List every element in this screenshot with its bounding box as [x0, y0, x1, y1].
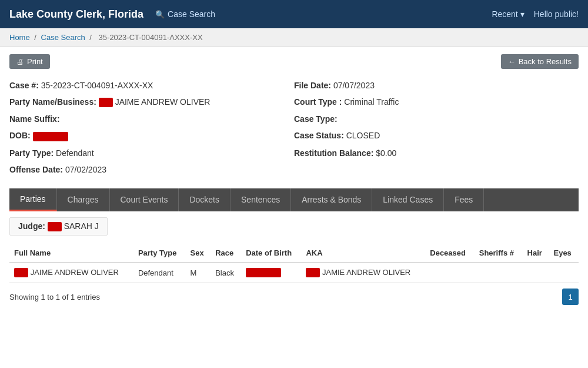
judge-name: SARAH J: [64, 221, 99, 231]
aka-redact: [306, 268, 320, 277]
case-status-label: Case Status:: [294, 131, 344, 140]
cell-full-name: JAIME ANDREW OLIVER: [9, 263, 133, 283]
breadcrumb: Home / Case Search / 35-2023-CT-004091-A…: [0, 28, 588, 47]
cell-party-type: Defendant: [133, 263, 186, 283]
tab-arrests-bonds[interactable]: Arrests & Bonds: [291, 188, 372, 211]
col-sheriffs: Sheriffs #: [475, 244, 523, 263]
tab-parties[interactable]: Parties: [9, 188, 57, 211]
parties-content: Judge: SARAH J Full Name Party Type Sex …: [9, 211, 579, 306]
judge-label: Judge:: [18, 221, 45, 231]
cell-eyes: [549, 263, 579, 283]
col-hair: Hair: [523, 244, 549, 263]
party-name-row: Party Name/Business: JAIME ANDREW OLIVER: [9, 94, 294, 111]
tabs-bar: Parties Charges Court Events Dockets Sen…: [9, 188, 579, 211]
cell-sex: M: [186, 263, 211, 283]
court-type-label: Court Type :: [294, 97, 342, 107]
case-type-label: Case Type:: [294, 114, 338, 124]
col-eyes: Eyes: [549, 244, 579, 263]
case-type-row: Case Type:: [294, 111, 579, 127]
full-name-value: JAIME ANDREW OLIVER: [31, 268, 119, 277]
cell-aka: JAMIE ANDREW OLIVER: [301, 263, 425, 283]
tab-sentences[interactable]: Sentences: [230, 188, 291, 211]
breadcrumb-case-id: 35-2023-CT-004091-AXXX-XX: [99, 33, 203, 42]
col-party-type: Party Type: [133, 244, 186, 263]
col-sex: Sex: [186, 244, 211, 263]
col-race: Race: [211, 244, 241, 263]
table-header-row: Full Name Party Type Sex Race Date of Bi…: [9, 244, 579, 263]
aka-value: JAMIE ANDREW OLIVER: [322, 268, 410, 277]
cell-race: Black: [211, 263, 241, 283]
cell-deceased: [425, 263, 474, 283]
name-redact: [14, 268, 28, 277]
tab-court-events[interactable]: Court Events: [110, 188, 179, 211]
party-type-label: Party Type:: [9, 148, 54, 158]
col-deceased: Deceased: [425, 244, 474, 263]
name-suffix-label: Name Suffix:: [9, 114, 60, 124]
dob-label: DOB:: [9, 131, 31, 140]
party-name-value: JAIME ANDREW OLIVER: [115, 97, 211, 107]
dob-cell-redact: [246, 268, 281, 277]
table-row: JAIME ANDREW OLIVER Defendant M Black JA…: [9, 263, 579, 283]
hello-label: Hello public!: [534, 9, 579, 19]
col-dob: Date of Birth: [241, 244, 301, 263]
tab-dockets[interactable]: Dockets: [179, 188, 230, 211]
col-full-name: Full Name: [9, 244, 133, 263]
col-aka: AKA: [301, 244, 425, 263]
nav-right: Recent Hello public!: [492, 9, 579, 19]
search-icon: [155, 9, 165, 19]
case-number-label: Case #:: [9, 81, 39, 90]
dob-redact: [33, 132, 68, 141]
court-type-value: Criminal Traffic: [344, 97, 399, 107]
party-type-row: Party Type: Defendant: [9, 145, 294, 161]
judge-box: Judge: SARAH J: [9, 217, 108, 236]
breadcrumb-case-search[interactable]: Case Search: [41, 33, 85, 42]
party-type-value: Defendant: [56, 148, 94, 158]
restitution-row: Restitution Balance: $0.00: [294, 145, 579, 161]
file-date-label: File Date:: [294, 81, 331, 90]
case-number-value: 35-2023-CT-004091-AXXX-XX: [41, 81, 153, 90]
offense-date-label: Offense Date:: [9, 165, 63, 174]
main-content: Print Back to Results Case #: 35-2023-CT…: [0, 47, 588, 312]
cell-dob: [241, 263, 301, 283]
top-navigation: Lake County Clerk, Florida Case Search R…: [0, 0, 588, 28]
back-label: Back to Results: [519, 57, 572, 66]
nav-search-label: Case Search: [168, 9, 215, 19]
case-number-row: Case #: 35-2023-CT-004091-AXXX-XX: [9, 77, 294, 94]
parties-table: Full Name Party Type Sex Race Date of Bi…: [9, 244, 579, 283]
recent-button[interactable]: Recent: [492, 9, 524, 19]
arrow-left-icon: [508, 57, 516, 66]
tab-fees[interactable]: Fees: [444, 188, 484, 211]
judge-redact: [48, 222, 62, 231]
showing-label: Showing 1 to 1 of 1 entries: [9, 293, 100, 301]
case-status-value: CLOSED: [346, 131, 380, 140]
file-date-value: 07/07/2023: [333, 81, 375, 90]
breadcrumb-home[interactable]: Home: [9, 33, 30, 42]
nav-left: Lake County Clerk, Florida Case Search: [9, 8, 215, 21]
case-info: Case #: 35-2023-CT-004091-AXXX-XX File D…: [9, 77, 579, 178]
tab-linked-cases[interactable]: Linked Cases: [372, 188, 444, 211]
cell-hair: [523, 263, 549, 283]
action-bar: Print Back to Results: [9, 54, 579, 69]
print-label: Print: [27, 57, 43, 66]
tab-charges[interactable]: Charges: [57, 188, 110, 211]
print-icon: [16, 57, 24, 66]
dob-row: DOB:: [9, 127, 294, 144]
case-status-row: Case Status: CLOSED: [294, 127, 579, 144]
print-button[interactable]: Print: [9, 54, 50, 69]
name-suffix-row: Name Suffix:: [9, 111, 294, 127]
back-to-results-button[interactable]: Back to Results: [501, 54, 579, 69]
nav-case-search-link[interactable]: Case Search: [155, 9, 215, 19]
file-date-row: File Date: 07/07/2023: [294, 77, 579, 94]
page-1-button[interactable]: 1: [562, 289, 579, 305]
pagination-area: Showing 1 to 1 of 1 entries 1: [9, 289, 579, 305]
party-name-redact: [99, 98, 113, 107]
restitution-value: $0.00: [376, 148, 396, 158]
site-title: Lake County Clerk, Florida: [9, 8, 143, 21]
offense-date-value: 07/02/2023: [65, 165, 106, 174]
party-name-label: Party Name/Business:: [9, 97, 96, 107]
restitution-label: Restitution Balance:: [294, 148, 373, 158]
court-type-row: Court Type : Criminal Traffic: [294, 94, 579, 111]
cell-sheriffs: [475, 263, 523, 283]
offense-date-row: Offense Date: 07/02/2023: [9, 161, 294, 178]
